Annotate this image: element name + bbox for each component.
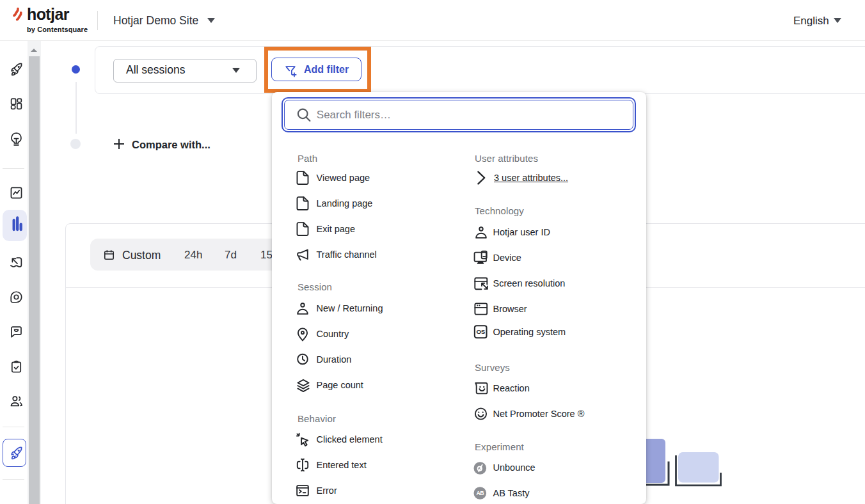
svg-text:AB: AB — [476, 490, 484, 496]
svg-text:OS: OS — [476, 328, 485, 335]
